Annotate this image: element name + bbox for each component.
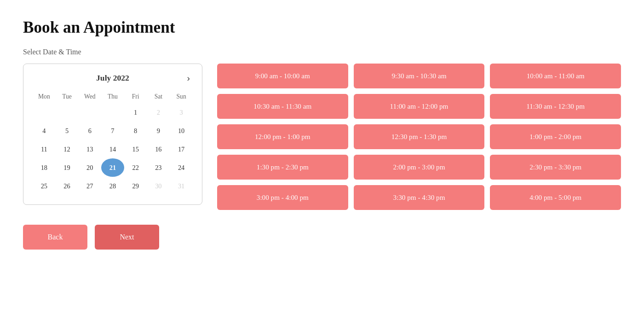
calendar-day[interactable]: 25 <box>33 177 56 195</box>
calendar-day[interactable]: 8 <box>124 122 147 140</box>
calendar-week-row: 18192021222324 <box>33 158 193 177</box>
time-slot-button[interactable]: 10:00 am - 11:00 am <box>490 64 621 88</box>
calendar-day[interactable]: 22 <box>124 158 147 177</box>
time-slot-button[interactable]: 12:30 pm - 1:30 pm <box>354 124 485 149</box>
time-slots-grid: 9:00 am - 10:00 am9:30 am - 10:30 am10:0… <box>217 64 621 210</box>
time-slot-button[interactable]: 4:00 pm - 5:00 pm <box>490 185 621 210</box>
calendar-day <box>56 103 79 122</box>
time-slot-button[interactable]: 12:00 pm - 1:00 pm <box>217 124 348 149</box>
buttons-row: Back Next <box>23 225 621 250</box>
calendar-grid: Mon Tue Wed Thu Fri Sat Sun 123456789101… <box>33 90 193 195</box>
calendar-day[interactable]: 27 <box>78 177 101 195</box>
section-label: Select Date & Time <box>23 48 621 56</box>
calendar-day[interactable]: 15 <box>124 140 147 158</box>
calendar-day[interactable]: 2 <box>147 103 170 122</box>
calendar-day[interactable]: 21 <box>101 158 124 177</box>
calendar-next-button[interactable]: › <box>184 72 193 84</box>
calendar-day[interactable]: 7 <box>101 122 124 140</box>
time-slot-button[interactable]: 3:30 pm - 4:30 pm <box>354 185 485 210</box>
calendar-day[interactable]: 17 <box>170 140 193 158</box>
time-slot-button[interactable]: 9:00 am - 10:00 am <box>217 64 348 88</box>
calendar-day[interactable]: 13 <box>78 140 101 158</box>
weekday-fri: Fri <box>124 90 147 103</box>
calendar-day[interactable]: 1 <box>124 103 147 122</box>
calendar-day <box>33 103 56 122</box>
time-slot-button[interactable]: 2:30 pm - 3:30 pm <box>490 155 621 180</box>
calendar-weekdays-row: Mon Tue Wed Thu Fri Sat Sun <box>33 90 193 103</box>
calendar: July 2022 › Mon Tue Wed Thu Fri Sat Sun … <box>23 64 202 205</box>
time-slot-button[interactable]: 11:00 am - 12:00 pm <box>354 94 485 119</box>
time-slot-button[interactable]: 2:00 pm - 3:00 pm <box>354 155 485 180</box>
calendar-week-row: 11121314151617 <box>33 140 193 158</box>
calendar-week-row: 45678910 <box>33 122 193 140</box>
weekday-sun: Sun <box>170 90 193 103</box>
calendar-day[interactable]: 26 <box>56 177 79 195</box>
calendar-day[interactable]: 5 <box>56 122 79 140</box>
weekday-wed: Wed <box>78 90 101 103</box>
calendar-day[interactable]: 6 <box>78 122 101 140</box>
next-button[interactable]: Next <box>95 225 159 250</box>
calendar-day[interactable]: 16 <box>147 140 170 158</box>
calendar-day[interactable]: 23 <box>147 158 170 177</box>
calendar-day[interactable]: 24 <box>170 158 193 177</box>
calendar-day[interactable]: 9 <box>147 122 170 140</box>
weekday-tue: Tue <box>56 90 79 103</box>
weekday-thu: Thu <box>101 90 124 103</box>
calendar-day[interactable]: 14 <box>101 140 124 158</box>
calendar-day[interactable]: 29 <box>124 177 147 195</box>
calendar-day[interactable]: 19 <box>56 158 79 177</box>
weekday-mon: Mon <box>33 90 56 103</box>
calendar-day[interactable]: 11 <box>33 140 56 158</box>
time-slot-button[interactable]: 9:30 am - 10:30 am <box>354 64 485 88</box>
calendar-day[interactable]: 3 <box>170 103 193 122</box>
time-slot-button[interactable]: 11:30 am - 12:30 pm <box>490 94 621 119</box>
calendar-day[interactable]: 31 <box>170 177 193 195</box>
calendar-day[interactable]: 28 <box>101 177 124 195</box>
calendar-day[interactable]: 18 <box>33 158 56 177</box>
calendar-day[interactable]: 30 <box>147 177 170 195</box>
time-slot-button[interactable]: 1:00 pm - 2:00 pm <box>490 124 621 149</box>
calendar-day <box>101 103 124 122</box>
content-area: July 2022 › Mon Tue Wed Thu Fri Sat Sun … <box>23 64 621 210</box>
time-slot-button[interactable]: 1:30 pm - 2:30 pm <box>217 155 348 180</box>
weekday-sat: Sat <box>147 90 170 103</box>
time-slot-button[interactable]: 10:30 am - 11:30 am <box>217 94 348 119</box>
calendar-day[interactable]: 10 <box>170 122 193 140</box>
calendar-week-row: 123 <box>33 103 193 122</box>
time-slot-button[interactable]: 3:00 pm - 4:00 pm <box>217 185 348 210</box>
calendar-header: July 2022 › <box>33 73 193 83</box>
page-title: Book an Appointment <box>23 18 621 37</box>
calendar-day <box>78 103 101 122</box>
calendar-month-year: July 2022 <box>96 73 129 83</box>
calendar-day[interactable]: 12 <box>56 140 79 158</box>
calendar-day[interactable]: 20 <box>78 158 101 177</box>
back-button[interactable]: Back <box>23 225 87 250</box>
calendar-day[interactable]: 4 <box>33 122 56 140</box>
calendar-week-row: 25262728293031 <box>33 177 193 195</box>
